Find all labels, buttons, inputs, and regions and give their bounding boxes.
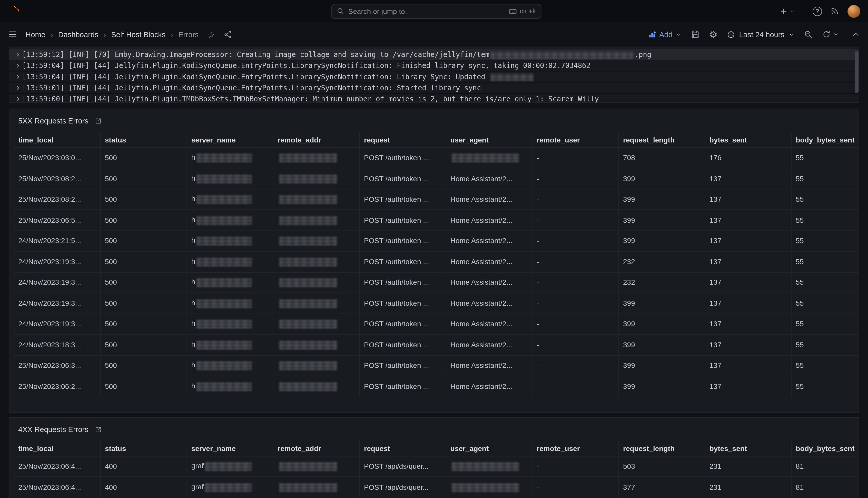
external-link-icon[interactable] bbox=[95, 117, 102, 124]
column-header-server_name[interactable]: server_name bbox=[187, 441, 273, 456]
table-cell: h bbox=[187, 272, 273, 293]
refresh-button[interactable] bbox=[822, 30, 839, 39]
table-cell: 24/Nov/2023:19:3... bbox=[14, 272, 100, 293]
table-row: 25/Nov/2023:06:4...400grafPOST /api/ds/q… bbox=[14, 477, 858, 497]
log-row[interactable]: [13:59:04] [INF] [44] Jellyfin.Plugin.Ko… bbox=[9, 60, 859, 71]
redacted-blur bbox=[279, 195, 337, 204]
search-input[interactable] bbox=[348, 7, 505, 15]
log-row[interactable]: [13:59:04] [INF] [44] Jellyfin.Plugin.Ko… bbox=[9, 71, 859, 82]
grafana-logo-icon[interactable] bbox=[8, 5, 21, 17]
column-header-request_length[interactable]: request_length bbox=[619, 441, 705, 456]
column-header-request_length[interactable]: request_length bbox=[619, 132, 705, 147]
settings-gear-icon[interactable]: ⚙ bbox=[709, 29, 717, 39]
table-cell: 25/Nov/2023:08:2... bbox=[14, 189, 100, 210]
column-header-server_name[interactable]: server_name bbox=[187, 132, 273, 147]
redacted-blur bbox=[279, 154, 337, 162]
column-header-status[interactable]: status bbox=[100, 441, 187, 456]
column-header-remote_user[interactable]: remote_user bbox=[532, 132, 619, 147]
zoom-out-icon[interactable] bbox=[804, 30, 813, 39]
expand-chevron-icon[interactable] bbox=[13, 85, 22, 90]
table-cell bbox=[273, 355, 360, 376]
search-shortcut: ctrl+k bbox=[508, 7, 536, 15]
expand-chevron-icon[interactable] bbox=[13, 63, 22, 68]
table-cell bbox=[273, 210, 360, 231]
column-header-user_agent[interactable]: user_agent bbox=[446, 441, 532, 456]
redacted-blur bbox=[279, 237, 337, 246]
external-link-icon[interactable] bbox=[95, 426, 102, 433]
table-cell: 500 bbox=[100, 147, 187, 168]
log-row[interactable]: [13:59:12] [INF] [70] Emby.Drawing.Image… bbox=[9, 49, 859, 60]
log-row[interactable]: [13:59:01] [INF] [44] Jellyfin.Plugin.Ko… bbox=[9, 83, 859, 94]
panel-title[interactable]: 5XX Requests Errors bbox=[18, 117, 89, 125]
redacted-blur bbox=[451, 483, 519, 492]
breadcrumb-dashboards[interactable]: Dashboards bbox=[58, 30, 98, 39]
breadcrumb-self-host-blocks[interactable]: Self Host Blocks bbox=[111, 30, 165, 39]
log-row-clipped bbox=[9, 47, 859, 49]
column-header-time_local[interactable]: time_local bbox=[14, 132, 100, 147]
table-cell: POST /api/ds/quer... bbox=[360, 477, 446, 497]
table-cell: 137 bbox=[705, 231, 791, 251]
table-cell: - bbox=[532, 147, 619, 168]
share-icon[interactable] bbox=[224, 30, 232, 39]
logs-scrollbar-thumb[interactable] bbox=[855, 51, 858, 93]
column-header-bytes_sent[interactable]: bytes_sent bbox=[705, 441, 791, 456]
column-header-request[interactable]: request bbox=[360, 441, 446, 456]
table-cell: 25/Nov/2023:06:3... bbox=[14, 355, 100, 376]
column-header-remote_addr[interactable]: remote_addr bbox=[273, 132, 360, 147]
favorite-star-icon[interactable]: ☆ bbox=[207, 30, 215, 39]
column-header-body_bytes_sent[interactable]: body_bytes_sent bbox=[791, 132, 858, 147]
table-row: 25/Nov/2023:03:0...500hPOST /auth/token … bbox=[14, 147, 858, 168]
table-cell: 24/Nov/2023:19:3... bbox=[14, 314, 100, 335]
column-header-time_local[interactable]: time_local bbox=[14, 441, 100, 456]
redacted-blur bbox=[279, 382, 337, 391]
column-header-user_agent[interactable]: user_agent bbox=[446, 132, 532, 147]
logs-panel: [13:59:12] [INF] [70] Emby.Drawing.Image… bbox=[9, 47, 859, 103]
table-cell: POST /auth/token ... bbox=[360, 231, 446, 251]
collapse-chevron-up-icon[interactable] bbox=[851, 30, 860, 39]
top-nav: ctrl+k ? bbox=[0, 0, 868, 22]
time-range-picker[interactable]: Last 24 hours bbox=[727, 30, 795, 39]
expand-chevron-icon[interactable] bbox=[13, 74, 22, 79]
column-header-remote_addr[interactable]: remote_addr bbox=[273, 441, 360, 456]
expand-chevron-icon[interactable] bbox=[13, 52, 22, 57]
table-cell: graf bbox=[187, 456, 273, 477]
panel-5xx-requests-errors: 5XX Requests Errors time_localstatusserv… bbox=[9, 108, 859, 413]
menu-hamburger-icon[interactable] bbox=[8, 29, 18, 39]
panel-header[interactable]: 5XX Requests Errors bbox=[14, 114, 854, 128]
breadcrumb: Home › Dashboards › Self Host Blocks › E… bbox=[25, 30, 199, 39]
question-icon: ? bbox=[815, 8, 819, 14]
table-cell: h bbox=[187, 210, 273, 231]
column-header-bytes_sent[interactable]: bytes_sent bbox=[705, 132, 791, 147]
table-cell: - bbox=[532, 355, 619, 376]
panel-header[interactable]: 4XX Requests Errors bbox=[14, 422, 854, 437]
table-cell: 500 bbox=[100, 314, 187, 335]
logs-rows: [13:59:12] [INF] [70] Emby.Drawing.Image… bbox=[9, 49, 859, 103]
expand-chevron-icon[interactable] bbox=[13, 96, 22, 101]
redacted-blur bbox=[196, 216, 252, 225]
add-panel-button[interactable]: Add bbox=[648, 30, 681, 39]
breadcrumb-home[interactable]: Home bbox=[25, 30, 45, 39]
table-cell: 137 bbox=[705, 355, 791, 376]
new-menu-button[interactable] bbox=[779, 7, 796, 15]
log-row[interactable]: [13:59:00] [INF] [44] Jellyfin.Plugin.TM… bbox=[9, 94, 859, 103]
help-button[interactable]: ? bbox=[813, 6, 822, 16]
column-header-body_bytes_sent[interactable]: body_bytes_sent bbox=[791, 441, 858, 456]
panel-title[interactable]: 4XX Requests Errors bbox=[18, 425, 89, 433]
redacted-blur bbox=[279, 483, 337, 492]
table-cell: POST /auth/token ... bbox=[360, 376, 446, 397]
column-header-request[interactable]: request bbox=[360, 132, 446, 147]
table-cell: 81 bbox=[791, 456, 858, 477]
column-header-remote_user[interactable]: remote_user bbox=[532, 441, 619, 456]
table-cell: 231 bbox=[705, 456, 791, 477]
table-cell: 137 bbox=[705, 314, 791, 335]
table-cell: Home Assistant/2... bbox=[446, 355, 532, 376]
user-avatar[interactable] bbox=[847, 5, 860, 17]
panel-4xx-requests-errors: 4XX Requests Errors time_localstatusserv… bbox=[9, 417, 859, 498]
grafana-app: ctrl+k ? Home › bbox=[0, 0, 868, 498]
save-dashboard-icon[interactable] bbox=[691, 30, 700, 39]
column-header-status[interactable]: status bbox=[100, 132, 187, 147]
table-cell: 55 bbox=[791, 272, 858, 293]
redacted-blur bbox=[205, 462, 252, 471]
table-cell: 25/Nov/2023:08:2... bbox=[14, 168, 100, 189]
news-rss-icon[interactable] bbox=[830, 7, 839, 16]
